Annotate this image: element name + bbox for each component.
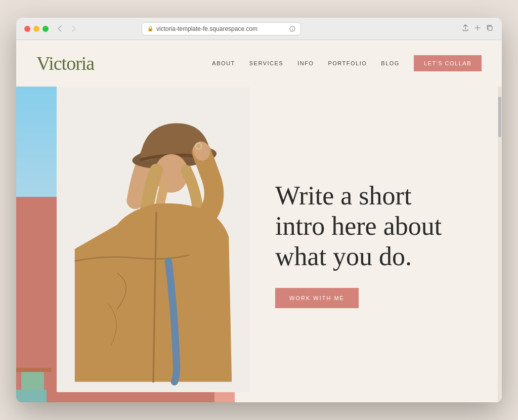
site-header: Victoria ABOUT SERVICES INFO PORTFOLIO B… <box>16 40 502 87</box>
window-detail <box>21 372 44 390</box>
url-text: victoria-template-fe.squarespace.com <box>156 25 257 32</box>
nav-services[interactable]: SERVICES <box>249 60 283 66</box>
new-tab-button[interactable] <box>473 24 482 34</box>
site-logo: Victoria <box>36 52 94 74</box>
teal-detail <box>16 390 47 402</box>
traffic-lights <box>24 26 49 32</box>
lock-icon: 🔒 <box>147 26 153 31</box>
site-nav: ABOUT SERVICES INFO PORTFOLIO BLOG LET'S… <box>212 55 482 71</box>
browser-window: 🔒 victoria-template-fe.squarespace.com <box>16 18 502 402</box>
address-bar[interactable]: 🔒 victoria-template-fe.squarespace.com <box>142 22 301 35</box>
browser-chrome: 🔒 victoria-template-fe.squarespace.com <box>16 18 502 40</box>
lets-collab-button[interactable]: LET'S COLLAB <box>414 55 482 71</box>
work-with-me-button[interactable]: WORK WITH ME <box>275 288 359 308</box>
nav-blog[interactable]: BLOG <box>381 60 400 66</box>
person-portrait <box>57 87 250 392</box>
browser-actions <box>461 24 494 34</box>
back-button[interactable] <box>55 24 65 34</box>
scrollbar-thumb[interactable] <box>498 97 501 137</box>
scrollbar[interactable] <box>498 87 502 402</box>
nav-info[interactable]: INFO <box>297 60 314 66</box>
maximize-button[interactable] <box>42 26 49 32</box>
ledge-detail <box>16 368 52 372</box>
close-button[interactable] <box>24 26 30 32</box>
nav-portfolio[interactable]: PORTFOLIO <box>328 60 367 66</box>
person-photo-card <box>57 87 250 392</box>
minimize-button[interactable] <box>33 26 39 32</box>
share-button[interactable] <box>461 24 469 34</box>
hero-right: Write a short intro here about what you … <box>235 87 502 402</box>
duplicate-button[interactable] <box>486 24 494 34</box>
website-content: Victoria ABOUT SERVICES INFO PORTFOLIO B… <box>16 40 502 402</box>
forward-button[interactable] <box>69 24 79 34</box>
hero-heading: Write a short intro here about what you … <box>275 181 467 271</box>
hero-left <box>16 87 235 402</box>
nav-about[interactable]: ABOUT <box>212 60 235 66</box>
browser-nav <box>55 24 79 34</box>
hero-section: Write a short intro here about what you … <box>16 87 502 402</box>
svg-rect-0 <box>488 26 492 30</box>
hero-heading-text: Write a short intro here about what you … <box>275 181 442 271</box>
